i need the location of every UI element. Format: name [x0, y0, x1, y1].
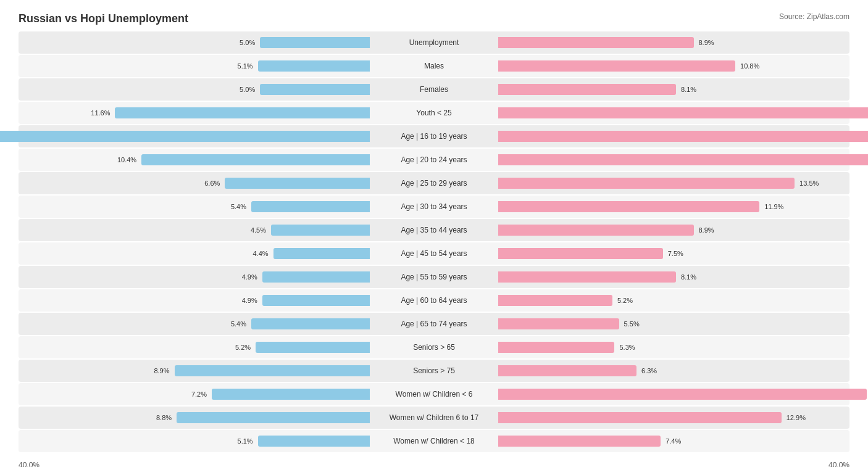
right-section: 8.1%: [496, 81, 849, 98]
left-section: 4.4%: [19, 245, 372, 262]
row-label: Age | 25 to 29 years: [372, 179, 496, 188]
right-section: 10.8%: [496, 57, 849, 75]
bars-wrapper: 4.9% Age | 55 to 59 years 8.1%: [19, 268, 849, 286]
bars-wrapper: 17.6% Age | 16 to 19 years 30.7%: [19, 128, 849, 145]
bars-wrapper: 4.5% Age | 35 to 44 years 8.9%: [19, 221, 849, 239]
right-value: 7.4%: [666, 437, 681, 445]
bar-russian: [251, 318, 370, 329]
chart-row: 5.0% Females 8.1%: [19, 78, 849, 101]
right-value: 8.1%: [681, 273, 696, 281]
right-value: 5.3%: [619, 344, 635, 351]
left-section: 5.0%: [19, 81, 372, 98]
chart-row: 5.4% Age | 65 to 74 years 5.5%: [19, 313, 849, 335]
left-section: 11.6%: [19, 104, 372, 122]
row-label: Age | 16 to 19 years: [372, 132, 496, 141]
row-label: Seniors > 65: [372, 343, 496, 352]
row-label: Males: [372, 62, 496, 70]
bar-hopi: [498, 436, 661, 447]
source-text: Source: ZipAtlas.com: [779, 12, 849, 21]
row-label: Women w/ Children 6 to 17: [372, 413, 496, 422]
row-label: Age | 60 to 64 years: [372, 296, 496, 305]
row-label: Youth < 25: [372, 109, 496, 117]
row-label: Age | 20 to 24 years: [372, 155, 496, 164]
left-section: 10.4%: [19, 151, 372, 168]
left-section: 5.1%: [19, 57, 372, 75]
left-value: 5.2%: [235, 344, 251, 351]
left-value: 5.0%: [240, 86, 255, 93]
bar-hopi: [498, 365, 636, 376]
right-value: 10.8%: [740, 62, 759, 70]
row-label: Unemployment: [372, 38, 496, 47]
bar-hopi: [498, 37, 694, 48]
bar-russian: [271, 225, 370, 236]
chart-row: 6.6% Age | 25 to 29 years 13.5%: [19, 172, 849, 194]
left-value: 4.9%: [242, 273, 257, 281]
bars-wrapper: 8.9% Seniors > 75 6.3%: [19, 362, 849, 379]
bar-russian: [141, 154, 370, 165]
left-section: 8.8%: [19, 409, 372, 426]
right-value: 8.1%: [681, 86, 696, 93]
bar-russian: [258, 436, 370, 447]
left-value: 4.4%: [252, 250, 268, 257]
axis-right: 40.0%: [828, 461, 849, 467]
bar-hopi: [498, 84, 676, 95]
bars-wrapper: 5.1% Women w/ Children < 18 7.4%: [19, 432, 849, 450]
right-value: 11.9%: [764, 203, 783, 210]
chart-row: 8.8% Women w/ Children 6 to 17 12.9%: [19, 407, 849, 429]
bar-russian: [260, 37, 370, 48]
left-section: 5.4%: [19, 315, 372, 333]
bar-hopi: [498, 201, 759, 212]
chart-row: 4.9% Age | 60 to 64 years 5.2%: [19, 289, 849, 312]
left-value: 5.1%: [238, 62, 253, 70]
right-value: 13.5%: [799, 180, 819, 187]
left-value: 8.8%: [156, 414, 172, 421]
left-value: 4.9%: [242, 297, 257, 304]
chart-row: 7.2% Women w/ Children < 6 16.8%: [19, 383, 849, 405]
right-section: 21.5%: [496, 104, 849, 122]
row-label: Women w/ Children < 6: [372, 390, 496, 399]
bar-russian: [177, 412, 370, 423]
bar-hopi: [498, 342, 614, 353]
right-section: 8.1%: [496, 268, 849, 286]
chart-row: 5.1% Women w/ Children < 18 7.4%: [19, 430, 849, 452]
row-label: Age | 35 to 44 years: [372, 226, 496, 234]
bar-russian: [262, 271, 370, 283]
left-section: 5.1%: [19, 432, 372, 450]
left-value: 5.0%: [240, 39, 255, 46]
left-value: 5.1%: [238, 437, 253, 445]
bars-wrapper: 4.9% Age | 60 to 64 years 5.2%: [19, 292, 849, 309]
row-label: Women w/ Children < 18: [372, 437, 496, 445]
right-section: 8.9%: [496, 34, 849, 51]
bar-russian: [251, 201, 370, 212]
right-section: 19.9%: [496, 151, 849, 168]
bar-hopi: [498, 178, 795, 189]
chart-row: 4.4% Age | 45 to 54 years 7.5%: [19, 242, 849, 265]
right-section: 5.3%: [496, 339, 849, 356]
bar-hopi: [498, 225, 694, 236]
bar-hopi: [498, 271, 676, 283]
row-label: Seniors > 75: [372, 366, 496, 375]
left-section: 8.9%: [19, 362, 372, 379]
bars-wrapper: 10.4% Age | 20 to 24 years 19.9%: [19, 151, 849, 168]
right-value: 5.2%: [617, 297, 633, 304]
right-value: 7.5%: [668, 250, 683, 257]
chart-row: 11.6% Youth < 25 21.5%: [19, 102, 849, 124]
right-value: 5.5%: [624, 320, 640, 328]
bar-hopi: [498, 318, 619, 329]
bar-hopi: [498, 389, 867, 400]
right-section: 5.5%: [496, 315, 849, 333]
chart-row: 5.4% Age | 30 to 34 years 11.9%: [19, 196, 849, 218]
row-label: Age | 65 to 74 years: [372, 320, 496, 328]
left-section: 6.6%: [19, 175, 372, 192]
bars-wrapper: 11.6% Youth < 25 21.5%: [19, 104, 849, 122]
right-section: 7.5%: [496, 245, 849, 262]
bars-wrapper: 4.4% Age | 45 to 54 years 7.5%: [19, 245, 849, 262]
right-section: 12.9%: [496, 409, 849, 426]
chart-area: 5.0% Unemployment 8.9% 5.1% Males 10.: [19, 31, 849, 452]
right-value: 8.9%: [699, 39, 714, 46]
row-label: Age | 30 to 34 years: [372, 202, 496, 211]
bar-russian: [0, 131, 370, 142]
bars-wrapper: 5.1% Males 10.8%: [19, 57, 849, 75]
bar-russian: [115, 107, 370, 118]
bar-russian: [175, 365, 370, 376]
